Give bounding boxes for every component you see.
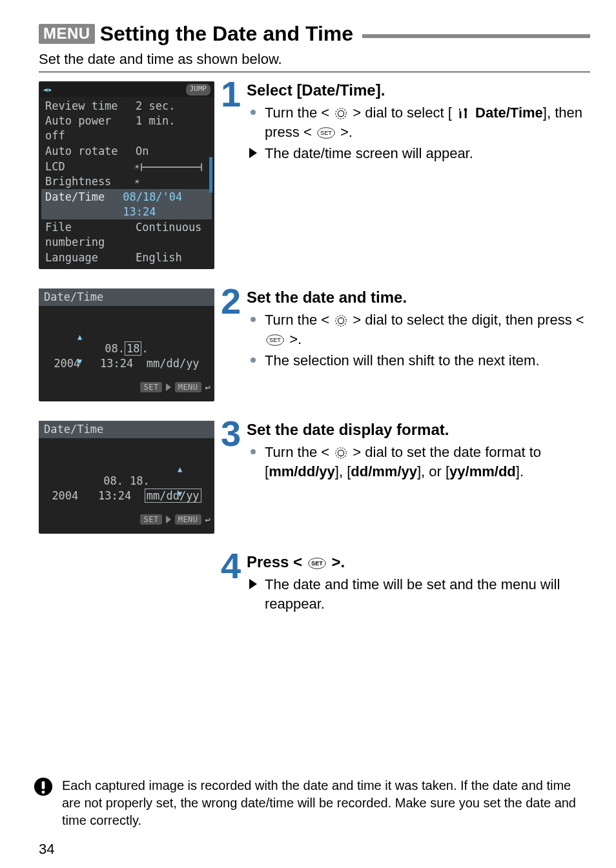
intro-text: Set the date and time as shown below. <box>39 51 590 68</box>
set-icon: SET <box>265 334 285 347</box>
arrow-up-icon: ▲ <box>178 464 182 474</box>
svg-rect-13 <box>42 782 45 789</box>
page-title: Setting the Date and Time <box>100 22 353 46</box>
back-icon: ↩ <box>205 514 210 526</box>
lcd-menu: ◄▸ JUMP Review time2 sec.Auto power off1… <box>39 81 214 269</box>
dt-time: 13:24 <box>100 357 133 370</box>
scrollbar-indicator <box>209 157 212 193</box>
dt-day-box: 18 <box>125 341 141 356</box>
bullet: The selection will then shift to the nex… <box>247 351 590 370</box>
dt-format: mm/dd/yy <box>147 357 200 370</box>
lcd-date-time-2: Date/Time ▲ 08. 18. 2004 13:24 mm/dd/yy … <box>39 421 214 534</box>
lcd-menu-value: ☀☀ <box>135 159 208 189</box>
svg-point-1 <box>338 111 344 117</box>
bullet: Turn the < > dial to set the date format… <box>247 443 590 481</box>
lcd-menu-row: File numberingContinuous <box>41 219 212 250</box>
step-title: Set the date display format. <box>247 421 590 439</box>
lcd-menu-value: On <box>136 144 149 159</box>
arrow-down-icon: ▼ <box>178 489 182 499</box>
step-title: Set the date and time. <box>247 288 590 307</box>
jump-badge: JUMP <box>186 84 211 96</box>
lcd-menu-value: English <box>136 250 182 265</box>
lcd-menu-label: Date/Time <box>45 190 123 219</box>
lcd-menu-value: Continuous <box>136 220 201 250</box>
play-triangle-icon <box>166 383 171 391</box>
step-number: 2 <box>221 287 247 316</box>
lcd-menu-value: 1 min. <box>136 114 175 143</box>
page-title-row: MENU Setting the Date and Time <box>39 22 590 46</box>
lcd-menu-label: LCD Brightness <box>45 159 135 189</box>
set-icon: SET <box>307 557 327 570</box>
dt-time: 13:24 <box>98 489 131 502</box>
step-title: Press < SET >. <box>247 553 590 571</box>
separator <box>39 72 590 72</box>
lcd-menu-row: Review time2 sec. <box>41 98 212 114</box>
dial-icon <box>334 106 348 121</box>
caution-note: Each captured image is recorded with the… <box>34 777 590 829</box>
caution-text: Each captured image is recorded with the… <box>62 777 590 829</box>
step-2: Date/Time ▲ 08.18. 2004 13:24 mm/dd/yy ▼… <box>39 288 590 401</box>
step-1: ◄▸ JUMP Review time2 sec.Auto power off1… <box>39 81 590 269</box>
step-number: 3 <box>221 419 247 449</box>
lcd-dt-header: Date/Time <box>39 421 214 438</box>
svg-point-14 <box>42 791 45 794</box>
step-title: Select [Date/Time]. <box>247 81 590 99</box>
lcd-footer: SET MENU ↩ <box>140 381 210 394</box>
title-divider <box>362 34 590 38</box>
bullet: Turn the < > dial to select the digit, t… <box>247 310 590 348</box>
menu-badge: MENU <box>39 24 95 44</box>
svg-point-9 <box>338 450 344 456</box>
page-number: 34 <box>39 841 54 858</box>
lcd-menu-label: Language <box>45 250 136 265</box>
svg-point-0 <box>336 108 347 119</box>
lcd-menu-label: Auto rotate <box>45 144 136 159</box>
lcd-menu-label: File numbering <box>45 220 136 250</box>
lcd-menu-value: 2 sec. <box>136 99 175 114</box>
svg-text:SET: SET <box>320 130 332 136</box>
svg-point-4 <box>336 316 347 327</box>
lcd-menu-value: 08/18/'04 13:24 <box>123 190 208 219</box>
set-tag: SET <box>140 382 161 392</box>
lcd-menu-row: Date/Time08/18/'04 13:24 <box>41 189 212 219</box>
bullet: The date/time screen will appear. <box>247 144 590 163</box>
lcd-menu-label: Review time <box>45 99 136 114</box>
svg-point-5 <box>338 318 344 323</box>
set-icon: SET <box>316 126 336 139</box>
step-4: 4 Press < SET >. The date and time will … <box>39 553 590 616</box>
bullet: Turn the < > dial to select [ Date/Time]… <box>247 103 590 141</box>
wrench-icon <box>457 106 471 121</box>
step-3: Date/Time ▲ 08. 18. 2004 13:24 mm/dd/yy … <box>39 421 590 534</box>
play-triangle-icon <box>166 516 171 523</box>
lcd-menu-row: Auto power off1 min. <box>41 113 212 143</box>
bullet: The date and time will be set and the me… <box>247 575 590 613</box>
step-number: 4 <box>221 552 247 581</box>
lcd-footer: SET MENU ↩ <box>140 514 210 526</box>
dial-icon <box>334 314 348 328</box>
dt-format-box: mm/dd/yy <box>145 489 201 503</box>
arrow-up-icon: ▲ <box>77 332 82 342</box>
lcd-menu-row: Auto rotateOn <box>41 143 212 159</box>
menu-tag: MENU <box>175 514 201 525</box>
menu-tag: MENU <box>175 382 201 392</box>
lcd-menu-row: LCD Brightness☀☀ <box>41 159 212 189</box>
svg-text:SET: SET <box>311 560 323 567</box>
caution-icon <box>34 777 53 801</box>
step-number: 1 <box>221 80 247 109</box>
lcd-menu-row: LanguageEnglish <box>41 250 212 265</box>
lcd-dt-header: Date/Time <box>39 288 214 306</box>
svg-text:SET: SET <box>269 337 281 343</box>
lcd-menu-label: Auto power off <box>45 114 136 143</box>
lcd-date-time-1: Date/Time ▲ 08.18. 2004 13:24 mm/dd/yy ▼… <box>39 288 214 401</box>
back-icon: ↩ <box>205 381 210 394</box>
dial-icon <box>334 446 348 460</box>
set-tag: SET <box>140 514 161 525</box>
dt-month: 08. <box>105 342 125 355</box>
svg-point-8 <box>336 448 347 459</box>
arrow-down-icon: ▼ <box>77 356 82 367</box>
